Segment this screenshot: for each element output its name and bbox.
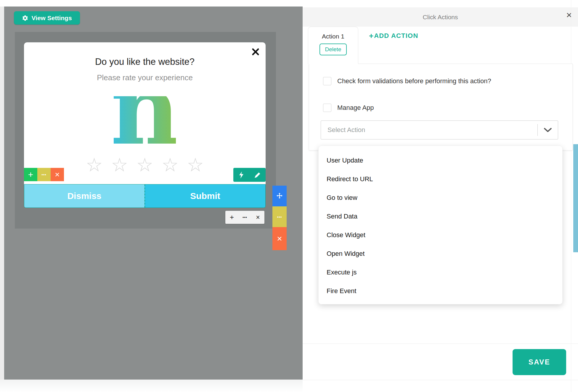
select-action-placeholder: Select Action bbox=[327, 126, 537, 134]
row-toolbar: + ••• × bbox=[225, 211, 264, 224]
scrollbar-thumb[interactable] bbox=[573, 144, 578, 252]
dropdown-option[interactable]: Fire Event bbox=[319, 282, 562, 300]
dropdown-option[interactable]: Open Widget bbox=[319, 244, 562, 263]
dropdown-option[interactable]: Execute js bbox=[319, 263, 562, 282]
logo-letter: n bbox=[114, 96, 176, 146]
widget-more-button[interactable]: ••• bbox=[272, 206, 287, 227]
view-settings-button[interactable]: View Settings bbox=[14, 11, 80, 25]
form-validation-checkbox[interactable] bbox=[323, 77, 331, 85]
star-icon[interactable]: ☆ bbox=[111, 155, 128, 174]
plus-icon: + bbox=[230, 213, 234, 221]
left-gutter bbox=[0, 7, 4, 380]
form-validation-label: Check form validations before performing… bbox=[337, 77, 491, 85]
star-icon[interactable]: ☆ bbox=[86, 155, 103, 174]
delete-action-button[interactable]: Delete bbox=[319, 44, 347, 55]
save-button[interactable]: SAVE bbox=[513, 349, 566, 375]
add-action-label: ADD ACTION bbox=[374, 32, 418, 40]
widget-preview-modal: Do you like the website? Please rate you… bbox=[24, 42, 266, 208]
ellipsis-icon: ••• bbox=[243, 215, 247, 219]
pencil-icon bbox=[254, 171, 261, 179]
dropdown-option[interactable]: Close Widget bbox=[319, 226, 562, 244]
dismiss-label: Dismiss bbox=[67, 191, 101, 201]
select-action-dropdown[interactable]: Select Action bbox=[321, 121, 558, 139]
dropdown-option[interactable]: Go to view bbox=[319, 188, 562, 207]
star-icon[interactable]: ☆ bbox=[136, 155, 153, 174]
ellipsis-icon: ••• bbox=[41, 172, 46, 177]
panel-close-button[interactable]: × bbox=[566, 10, 570, 20]
widget-button-bar: Dismiss Submit bbox=[24, 184, 266, 208]
footer-divider bbox=[303, 343, 578, 344]
gear-icon bbox=[22, 15, 28, 21]
add-element-button[interactable]: + bbox=[24, 168, 37, 181]
canvas-bottom-gutter bbox=[0, 380, 303, 392]
row-delete-button[interactable]: × bbox=[251, 211, 264, 224]
add-action-button[interactable]: + ADD ACTION bbox=[367, 30, 420, 42]
plus-icon: + bbox=[369, 31, 373, 41]
manage-app-row: Manage App bbox=[323, 104, 374, 112]
panel-header: Click Actions bbox=[303, 7, 578, 27]
widget-toolbar: ••• × bbox=[272, 186, 287, 250]
widget-title: Do you like the website? bbox=[24, 57, 266, 67]
action-settings-card: Check form validations before performing… bbox=[309, 64, 573, 150]
move-widget-handle[interactable] bbox=[272, 186, 287, 206]
chevron-down-icon bbox=[544, 128, 552, 132]
dropdown-option[interactable]: Send Data bbox=[319, 207, 562, 226]
star-icon[interactable]: ☆ bbox=[187, 155, 204, 174]
element-actions-toolbar bbox=[233, 168, 266, 182]
panel-bottom-border bbox=[303, 380, 578, 380]
widget-close-button[interactable] bbox=[250, 46, 261, 57]
close-icon: × bbox=[256, 213, 260, 221]
add-row-button[interactable]: + bbox=[225, 211, 238, 224]
click-actions-button[interactable] bbox=[233, 168, 250, 182]
star-icon[interactable]: ☆ bbox=[162, 155, 179, 174]
widget-delete-button[interactable]: × bbox=[272, 227, 287, 250]
tab-label: Action 1 bbox=[322, 33, 344, 40]
brand-logo: n bbox=[24, 96, 266, 146]
element-toolbar: + ••• × bbox=[24, 168, 64, 181]
element-delete-button[interactable]: × bbox=[51, 168, 64, 181]
manage-app-label: Manage App bbox=[337, 104, 374, 112]
tab-action-1[interactable]: Action 1 Delete bbox=[308, 27, 358, 64]
manage-app-checkbox[interactable] bbox=[323, 104, 331, 112]
dismiss-button[interactable]: Dismiss bbox=[24, 184, 144, 208]
submit-button[interactable]: Submit bbox=[144, 184, 265, 208]
form-validation-row: Check form validations before performing… bbox=[323, 77, 491, 85]
dropdown-option[interactable]: User Update bbox=[319, 151, 562, 170]
dropdown-option[interactable]: Redirect to URL bbox=[319, 170, 562, 188]
submit-label: Submit bbox=[190, 191, 220, 201]
lightning-icon bbox=[238, 171, 245, 179]
view-settings-label: View Settings bbox=[31, 15, 72, 22]
widget-subtitle: Please rate your experience bbox=[24, 73, 266, 82]
panel-title: Click Actions bbox=[423, 14, 458, 21]
plus-icon: + bbox=[28, 170, 33, 180]
close-icon: × bbox=[55, 170, 60, 179]
edit-element-button[interactable] bbox=[250, 168, 266, 182]
select-divider bbox=[537, 124, 538, 136]
close-icon: × bbox=[277, 234, 282, 244]
action-options-menu: User UpdateRedirect to URLGo to viewSend… bbox=[318, 146, 563, 304]
move-icon bbox=[276, 192, 283, 200]
close-icon bbox=[251, 47, 260, 56]
element-more-button[interactable]: ••• bbox=[37, 168, 51, 181]
scrollbar-track bbox=[571, 0, 571, 392]
ellipsis-icon: ••• bbox=[277, 215, 282, 219]
row-more-button[interactable]: ••• bbox=[238, 211, 251, 224]
